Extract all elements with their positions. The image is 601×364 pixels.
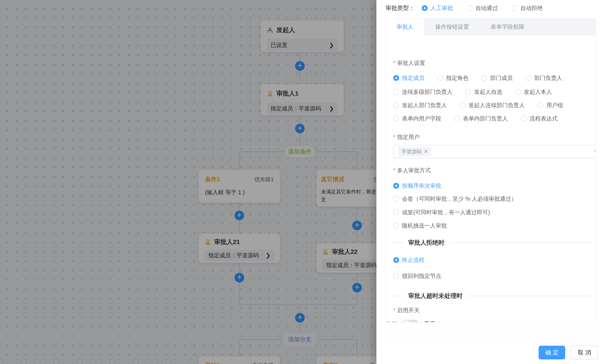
timeout-toggle-switch[interactable]: [402, 320, 419, 322]
radio-auto-pass[interactable]: 自动通过: [467, 4, 498, 12]
timeout-section-divider: 审批人超时未处理时: [393, 292, 591, 300]
drawer-footer: 确 定 取 消: [376, 336, 601, 364]
radio-initiator-multi-dept-leader[interactable]: 发起人连续部门负责人: [460, 101, 525, 109]
radio-icon: [393, 102, 399, 108]
enable-switch-label: * 启用开关: [393, 307, 420, 314]
radio-icon: [393, 223, 399, 229]
radio-assign-role[interactable]: 指定角色: [437, 74, 469, 82]
radio-icon: [393, 273, 399, 279]
radio-dept-leader[interactable]: 部门负责人: [526, 74, 562, 82]
radio-icon: [393, 196, 399, 202]
tag-close-icon[interactable]: ✕: [424, 149, 428, 154]
radio-icon: [454, 116, 460, 121]
radio-icon: [467, 5, 472, 11]
user-tag-label: 芋道源码: [401, 148, 421, 155]
radio-random-one[interactable]: 随机挑选一人审批: [393, 222, 447, 229]
switch-on-label: 开启: [424, 320, 435, 322]
radio-sequential-approve[interactable]: 按顺序依次审批: [393, 182, 441, 190]
radio-user-group[interactable]: 用户组: [538, 101, 563, 109]
required-star: *: [393, 134, 396, 140]
confirm-button[interactable]: 确 定: [539, 346, 565, 359]
approval-type-row: 审批类型： 人工审批 自动通过 自动拒绝: [386, 4, 543, 12]
radio-process-expression[interactable]: 流程表达式: [521, 115, 558, 122]
approver-setting-row3: 发起人部门负责人 发起人连续部门负责人 用户组: [393, 101, 563, 109]
chevron-down-icon: [593, 150, 596, 154]
radio-multi-level-dept-leader[interactable]: 连续多级部门负责人: [393, 88, 452, 96]
radio-icon: [481, 75, 487, 81]
tab-approver[interactable]: 审批人: [386, 19, 424, 35]
radio-icon: [437, 75, 443, 81]
approval-config-panel: 审批类型： 人工审批 自动通过 自动拒绝 审批人 操作按钮设置 表单字段权限: [376, 0, 601, 364]
required-star: *: [393, 167, 396, 174]
required-star: *: [393, 60, 396, 66]
radio-initiator-choose[interactable]: 发起人自选: [465, 88, 502, 96]
radio-orsign[interactable]: 或签(可同时审批，有一人通过即可): [393, 209, 490, 216]
config-tabs-card: 审批人 操作按钮设置 表单字段权限 * 审批人设置 指定成员 指定角色: [386, 18, 596, 322]
radio-auto-reject[interactable]: 自动拒绝: [511, 4, 543, 12]
reject-section-title: 审批人拒绝时: [408, 239, 444, 247]
radio-form-dept-leader[interactable]: 表单内部门负责人: [454, 115, 508, 122]
tab-form-field-permission[interactable]: 表单字段权限: [480, 19, 535, 35]
assign-user-select[interactable]: 芋道源码 ✕: [393, 145, 596, 158]
radio-assign-member[interactable]: 指定成员: [393, 74, 424, 82]
switch-off-label: 关闭: [386, 320, 397, 322]
radio-icon: [515, 89, 521, 95]
radio-icon: [460, 102, 466, 108]
radio-icon: [393, 116, 399, 121]
approver-setting-row1: 指定成员 指定角色 部门成员 部门负责人: [393, 74, 562, 82]
multi-approve-label: * 多人审批方式: [393, 167, 431, 174]
radio-icon: [393, 210, 399, 215]
tab-body-approver: * 审批人设置 指定成员 指定角色 部门成员 部门负责人: [386, 35, 596, 322]
approver-setting-label: * 审批人设置: [393, 59, 425, 67]
radio-manual-approve[interactable]: 人工审批: [422, 4, 453, 12]
reject-section-divider: 审批人拒绝时: [393, 239, 591, 247]
approver-setting-row2: 连续多级部门负责人 发起人自选 发起人本人: [393, 88, 552, 96]
required-star: *: [393, 307, 396, 314]
tabs-bar: 审批人 操作按钮设置 表单字段权限: [386, 19, 596, 35]
radio-initiator-dept-leader[interactable]: 发起人部门负责人: [393, 101, 447, 109]
radio-icon: [521, 116, 527, 121]
timeout-switch-row: 关闭 开启: [386, 320, 435, 322]
radio-icon: [526, 75, 531, 81]
timeout-section-title: 审批人超时未处理时: [408, 292, 462, 300]
assign-user-label: * 指定用户: [393, 133, 420, 141]
radio-selected-icon: [422, 5, 428, 11]
cancel-button[interactable]: 取 消: [571, 346, 598, 359]
radio-return-to-node[interactable]: 驳回到指定节点: [393, 272, 441, 280]
radio-terminate-process[interactable]: 终止流程: [393, 256, 424, 264]
radio-selected-icon: [393, 257, 399, 263]
radio-form-user-field[interactable]: 表单内用户字段: [393, 115, 441, 122]
radio-icon: [393, 89, 399, 95]
radio-dept-member[interactable]: 部门成员: [481, 74, 513, 82]
radio-icon: [511, 5, 517, 11]
radio-initiator-self[interactable]: 发起人本人: [515, 88, 552, 96]
user-tag: 芋道源码 ✕: [398, 147, 431, 156]
tab-button-settings[interactable]: 操作按钮设置: [424, 19, 480, 35]
approver-setting-row4: 表单内用户字段 表单内部门负责人 流程表达式: [393, 115, 558, 122]
radio-countersign[interactable]: 会签（可同时审批，至少 % 人必须审批通过）: [393, 195, 517, 202]
radio-selected-icon: [393, 183, 399, 189]
approval-type-label: 审批类型：: [386, 4, 415, 12]
radio-selected-icon: [393, 75, 399, 81]
radio-icon: [538, 102, 543, 108]
radio-icon: [465, 89, 471, 95]
